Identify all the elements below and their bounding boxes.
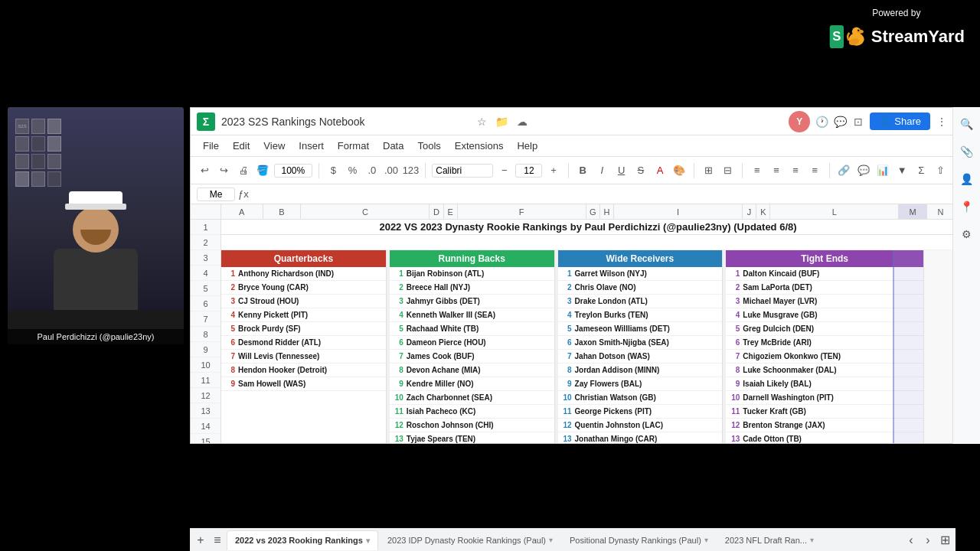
col-n[interactable]: N: [927, 204, 955, 219]
player-row: 8Hendon Hooker (Detroit): [221, 364, 386, 377]
profile-icon[interactable]: Y: [789, 111, 810, 132]
star-icon[interactable]: ☆: [475, 115, 489, 129]
col-i[interactable]: I: [614, 204, 743, 219]
menu-tools[interactable]: Tools: [411, 139, 446, 153]
align-button3[interactable]: ≡: [788, 161, 804, 180]
share-button[interactable]: 👤 Share: [870, 112, 930, 130]
folder-icon[interactable]: 📁: [495, 115, 509, 129]
decimal-btn2[interactable]: .00: [383, 161, 399, 180]
player-name: Bijan Robinson (ATL): [407, 269, 484, 278]
sidebar-icon-1[interactable]: 🔍: [956, 113, 978, 135]
strikethrough-button[interactable]: S: [632, 161, 648, 180]
decimal-button[interactable]: .0: [364, 161, 380, 180]
sidebar-icon-3[interactable]: 👤: [956, 168, 978, 190]
col-l[interactable]: L: [770, 204, 899, 219]
col-g[interactable]: G: [586, 204, 600, 219]
fill-color-button[interactable]: 🎨: [671, 161, 688, 180]
tab-nav-left[interactable]: ‹: [903, 533, 919, 548]
col-a[interactable]: A: [221, 204, 263, 219]
tab-rookie-rankings[interactable]: 2022 vs 2023 Rooking Rankings ▾: [227, 530, 378, 550]
menu-edit[interactable]: Edit: [227, 139, 256, 153]
player-name: Brock Purdy (SF): [238, 324, 301, 333]
align-left-button[interactable]: ≡: [749, 161, 765, 180]
borders-button[interactable]: ⊞: [701, 161, 717, 180]
player-number: 7: [224, 352, 235, 360]
wr-header: Wide Receivers: [558, 250, 723, 267]
tab-nfl-draft[interactable]: 2023 NFL Draft Ran... ▾: [717, 530, 822, 550]
col-b[interactable]: B: [263, 204, 302, 219]
player-name: Will Levis (Tennessee): [238, 352, 319, 360]
sheet-menu-button[interactable]: ≡: [210, 533, 225, 548]
chart-button[interactable]: 📊: [874, 161, 890, 180]
text-color-button[interactable]: A: [652, 161, 668, 180]
menu-extensions[interactable]: Extensions: [449, 139, 510, 153]
menu-insert[interactable]: Insert: [292, 139, 330, 153]
tab-positional-rankings[interactable]: Positional Dynasty Rankings (Paul) ▾: [562, 530, 716, 550]
align-button4[interactable]: ≡: [807, 161, 823, 180]
player-number: 1: [224, 269, 235, 278]
row-14: 14: [191, 419, 220, 434]
col-j[interactable]: J: [743, 204, 756, 219]
col-f[interactable]: F: [458, 204, 586, 219]
col-c[interactable]: C: [301, 204, 430, 219]
paint-button[interactable]: 🪣: [255, 161, 271, 180]
align-button2[interactable]: ≡: [768, 161, 784, 180]
font-size-plus[interactable]: +: [545, 161, 561, 180]
tab-idp-rankings[interactable]: 2023 IDP Dynasty Rookie Rankings (Paul) …: [380, 530, 560, 550]
formula-input[interactable]: [252, 189, 949, 200]
currency-button[interactable]: $: [325, 161, 341, 180]
player-number: 5: [224, 324, 235, 333]
font-size-minus[interactable]: −: [496, 161, 512, 180]
formula-button[interactable]: Σ: [913, 161, 929, 180]
zoom-input[interactable]: [274, 164, 312, 178]
filter-button[interactable]: ▼: [894, 161, 910, 180]
menu-data[interactable]: Data: [377, 139, 410, 153]
col-m[interactable]: M: [899, 204, 926, 219]
sidebar-icon-2[interactable]: 📎: [956, 141, 978, 162]
row-2: 2: [191, 235, 220, 250]
powered-by-text: Powered by: [828, 8, 965, 18]
percent-button[interactable]: %: [345, 161, 361, 180]
player-row: 6Dameon Pierce (HOU): [390, 336, 554, 350]
print-button[interactable]: 🖨: [235, 161, 251, 180]
menu-view[interactable]: View: [257, 139, 291, 153]
bold-button[interactable]: B: [575, 161, 591, 180]
player-name: Rachaad White (TB): [407, 324, 479, 333]
menu-help[interactable]: Help: [511, 139, 544, 153]
history-icon[interactable]: 🕐: [815, 115, 828, 129]
link-button[interactable]: 🔗: [836, 161, 852, 180]
more-icon[interactable]: ⋮: [935, 115, 949, 129]
col-d[interactable]: D: [430, 204, 443, 219]
cloud-icon[interactable]: ☁: [515, 115, 529, 129]
comment-button[interactable]: 💬: [855, 161, 871, 180]
italic-button[interactable]: I: [594, 161, 610, 180]
menu-format[interactable]: Format: [332, 139, 375, 153]
font-size-input[interactable]: [515, 164, 542, 178]
menu-file[interactable]: File: [197, 139, 225, 153]
add-sheet-button[interactable]: +: [193, 533, 208, 548]
undo-button[interactable]: ↩: [197, 161, 213, 180]
cell-reference-input[interactable]: [197, 187, 235, 201]
player-number: 2: [729, 283, 740, 292]
comments-icon[interactable]: 💬: [833, 115, 847, 129]
col-k[interactable]: K: [756, 204, 770, 219]
underline-button[interactable]: U: [613, 161, 629, 180]
merge-button[interactable]: ⊟: [720, 161, 736, 180]
expand-button[interactable]: ⇧: [933, 161, 949, 180]
col-e[interactable]: E: [444, 204, 458, 219]
player-number: 1: [561, 269, 572, 278]
add-col-button[interactable]: ⊞: [937, 533, 952, 548]
format-num[interactable]: 123: [403, 161, 420, 180]
tab-nav-right[interactable]: ›: [920, 533, 936, 548]
font-input[interactable]: [432, 164, 493, 178]
present-icon[interactable]: ⊡: [851, 115, 865, 129]
redo-button[interactable]: ↪: [216, 161, 232, 180]
row-15: 15: [191, 434, 220, 443]
sidebar-icon-4[interactable]: 📍: [956, 196, 978, 217]
wr-players-list: 1Garret Wilson (NYJ)2Chris Olave (NO)3Dr…: [558, 267, 723, 443]
sidebar-icon-5[interactable]: ⚙: [956, 223, 978, 245]
col-h[interactable]: H: [600, 204, 614, 219]
row-7: 7: [191, 311, 220, 327]
player-number: 5: [393, 324, 403, 333]
player-row: 2Chris Olave (NO): [558, 281, 723, 295]
